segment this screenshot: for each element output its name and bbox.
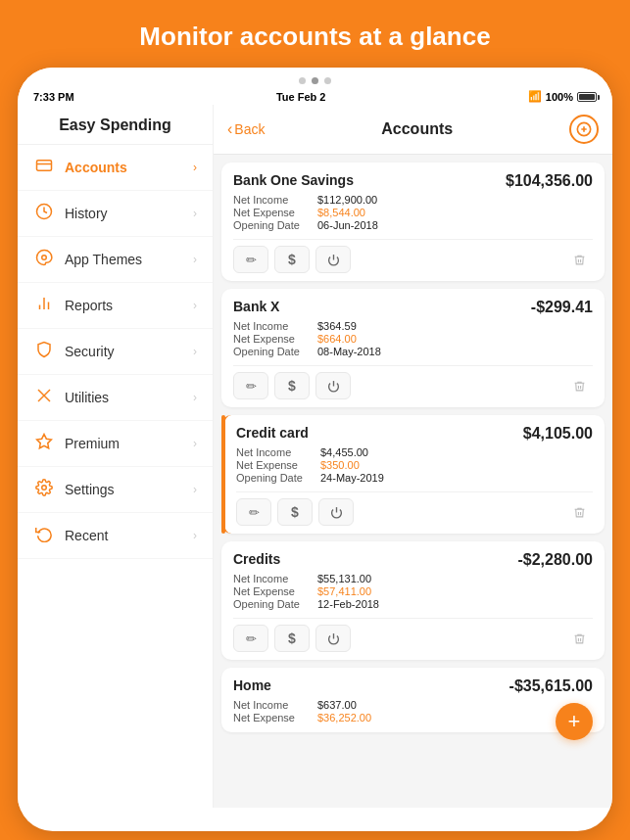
fab-plus-icon: + xyxy=(568,711,581,732)
sidebar-app-name: Easy Spending xyxy=(18,105,213,145)
net-expense-label-2: Net Expense xyxy=(236,459,315,471)
app-themes-icon xyxy=(33,249,55,270)
currency-button-3[interactable]: $ xyxy=(274,625,310,652)
back-label: Back xyxy=(234,121,265,137)
security-icon xyxy=(33,341,55,362)
net-income-label-1: Net Income xyxy=(233,320,312,332)
opening-date-value-3: 12-Feb-2018 xyxy=(317,598,379,610)
main-header: ‹ Back Accounts xyxy=(214,105,612,155)
account-name-home: Home xyxy=(233,677,271,693)
dot-2 xyxy=(312,77,318,84)
status-date: Tue Feb 2 xyxy=(276,91,326,103)
reports-icon xyxy=(33,295,55,316)
opening-date-label-3: Opening Date xyxy=(233,598,312,610)
account-name-bank-one: Bank One Savings xyxy=(233,172,354,188)
svg-point-10 xyxy=(42,486,47,490)
sidebar-item-label-settings: Settings xyxy=(65,482,183,497)
sidebar: Easy Spending Accounts › History › xyxy=(18,105,214,808)
sidebar-chevron-accounts: › xyxy=(193,161,197,174)
net-income-value-3: $55,131.00 xyxy=(317,573,371,584)
account-name-bank-x: Bank X xyxy=(233,299,279,314)
back-button[interactable]: ‹ Back xyxy=(227,120,265,138)
net-income-label-3: Net Income xyxy=(233,573,312,584)
sidebar-item-utilities[interactable]: Utilities › xyxy=(18,375,213,421)
sidebar-item-security[interactable]: Security › xyxy=(18,329,213,375)
dot-3 xyxy=(324,77,331,84)
sidebar-item-label-themes: App Themes xyxy=(65,252,183,267)
net-income-value-4: $637.00 xyxy=(317,699,357,711)
account-card-bank-x: Bank X -$299.41 Net Income $364.59 Net E… xyxy=(221,289,605,407)
main-panel: ‹ Back Accounts Bank One Savings $104,35 xyxy=(214,105,612,808)
accounts-list: Bank One Savings $104,356.00 Net Income … xyxy=(214,155,612,808)
sidebar-item-premium[interactable]: Premium › xyxy=(18,421,213,467)
net-expense-value-3: $57,411.00 xyxy=(317,585,371,597)
power-button-2[interactable] xyxy=(318,498,354,526)
history-icon xyxy=(33,203,55,224)
utilities-icon xyxy=(33,387,55,408)
sidebar-item-label-accounts: Accounts xyxy=(65,160,183,175)
account-card-credit-card: Credit card $4,105.00 Net Income $4,455.… xyxy=(221,415,605,534)
sidebar-chevron-settings: › xyxy=(193,483,197,496)
sidebar-item-label-reports: Reports xyxy=(65,298,183,313)
sidebar-item-accounts[interactable]: Accounts › xyxy=(18,145,213,191)
currency-button-1[interactable]: $ xyxy=(274,372,310,399)
sidebar-chevron-themes: › xyxy=(193,253,197,266)
opening-date-label-2: Opening Date xyxy=(236,472,315,484)
net-expense-value-0: $8,544.00 xyxy=(317,207,365,218)
promo-header: Monitor accounts at a glance xyxy=(0,0,630,68)
opening-date-label-0: Opening Date xyxy=(233,219,312,231)
settings-icon xyxy=(33,479,55,500)
edit-button-1[interactable]: ✏ xyxy=(233,372,268,399)
sidebar-chevron-utilities: › xyxy=(193,391,197,404)
net-income-value-2: $4,455.00 xyxy=(320,446,368,458)
sidebar-item-label-recent: Recent xyxy=(65,528,183,543)
delete-button-3[interactable] xyxy=(565,625,593,652)
sidebar-item-recent[interactable]: Recent › xyxy=(18,513,213,559)
back-chevron-icon: ‹ xyxy=(227,120,232,138)
accounts-icon xyxy=(33,157,55,178)
currency-button-2[interactable]: $ xyxy=(277,498,313,526)
edit-button-3[interactable]: ✏ xyxy=(233,625,268,652)
dot-1 xyxy=(299,77,306,84)
status-time: 7:33 PM xyxy=(33,91,74,103)
power-button-1[interactable] xyxy=(315,372,351,399)
edit-button-2[interactable]: ✏ xyxy=(236,498,271,526)
sidebar-item-history[interactable]: History › xyxy=(18,191,213,237)
sidebar-item-app-themes[interactable]: App Themes › xyxy=(18,237,213,283)
account-card-bank-one-savings: Bank One Savings $104,356.00 Net Income … xyxy=(221,163,605,281)
net-expense-label-4: Net Expense xyxy=(233,712,312,723)
net-expense-value-1: $664.00 xyxy=(317,333,357,345)
svg-marker-9 xyxy=(37,435,52,448)
delete-button-2[interactable] xyxy=(565,498,593,526)
net-expense-value-4: $36,252.00 xyxy=(317,712,371,723)
opening-date-value-0: 06-Jun-2018 xyxy=(317,219,378,231)
power-button-0[interactable] xyxy=(315,246,351,273)
delete-button-0[interactable] xyxy=(565,246,593,273)
net-income-label-4: Net Income xyxy=(233,699,312,711)
sidebar-item-label-security: Security xyxy=(65,344,183,359)
account-balance-bank-x: -$299.41 xyxy=(531,299,593,316)
net-income-value-0: $112,900.00 xyxy=(317,194,377,206)
power-button-3[interactable] xyxy=(315,625,351,652)
opening-date-value-2: 24-May-2019 xyxy=(320,472,384,484)
edit-button-0[interactable]: ✏ xyxy=(233,246,268,273)
recent-icon xyxy=(33,525,55,546)
opening-date-label-1: Opening Date xyxy=(233,346,312,357)
premium-icon xyxy=(33,433,55,454)
sidebar-item-reports[interactable]: Reports › xyxy=(18,283,213,329)
sidebar-chevron-premium: › xyxy=(193,437,197,450)
account-name-credits: Credits xyxy=(233,551,280,567)
account-balance-credit-card: $4,105.00 xyxy=(523,425,593,443)
add-account-button[interactable] xyxy=(569,115,599,144)
sidebar-item-label-premium: Premium xyxy=(65,436,183,451)
fab-add-button[interactable]: + xyxy=(556,703,593,740)
device-dots xyxy=(18,68,612,88)
sidebar-item-settings[interactable]: Settings › xyxy=(18,467,213,513)
account-card-home: Home -$35,615.00 Net Income $637.00 Net … xyxy=(221,668,605,732)
sidebar-item-label-history: History xyxy=(65,206,183,221)
sidebar-chevron-security: › xyxy=(193,345,197,358)
main-title: Accounts xyxy=(270,120,563,138)
currency-button-0[interactable]: $ xyxy=(274,246,310,273)
sidebar-chevron-reports: › xyxy=(193,299,197,312)
delete-button-1[interactable] xyxy=(565,372,593,399)
